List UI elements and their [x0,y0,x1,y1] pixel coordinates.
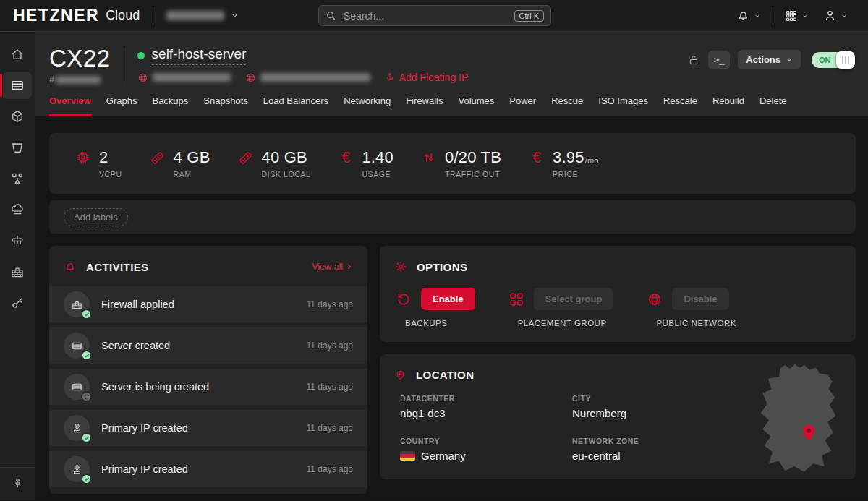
sidebar [0,32,35,500]
hetzner-logo[interactable]: HETZNER [13,6,99,25]
user-menu[interactable] [816,9,855,22]
activity-row[interactable]: Primary IP created 11 days ago [49,410,367,446]
activities-panel: ACTIVITIES View all Firewall app [49,246,367,494]
notifications-menu[interactable] [729,9,768,22]
sidebar-item-networks[interactable] [3,227,32,254]
sidebar-item-home[interactable] [3,40,32,68]
activity-row[interactable]: Server created 11 days ago [49,327,367,364]
status-dot-running [137,52,145,59]
sidebar-item-images[interactable] [3,103,32,130]
avatar [64,333,90,359]
tab-overview[interactable]: Overview [49,95,91,116]
select-placement-group-button[interactable]: Select group [534,288,614,310]
header-actions: >_ Actions ON [687,46,855,69]
avatar [64,456,90,482]
redacted-ipv6 [260,73,370,82]
chevron-down-icon [754,12,761,20]
field-datacenter: DATACENTER nbg1-dc3 [400,394,572,419]
topbar: HETZNER Cloud Ctrl K [0,0,868,32]
option-backups: Enable BACKUPS [396,288,475,327]
chevron-down-icon [841,12,848,20]
add-labels-button[interactable]: Add labels [64,208,128,226]
activity-row[interactable]: Primary IP created 11 days ago [49,451,367,487]
actions-button[interactable]: Actions [738,50,801,69]
sidebar-item-load-balancers[interactable] [3,165,32,192]
tab-graphs[interactable]: Graphs [106,95,137,116]
tab-delete[interactable]: Delete [760,95,787,116]
sidebar-item-security[interactable] [3,289,32,317]
server-id: # [49,74,111,85]
power-toggle-handle[interactable] [836,51,855,69]
globe-icon [137,72,148,83]
activity-row[interactable]: Server is being created 11 days ago [49,369,367,405]
view-all-link[interactable]: View all [312,262,353,272]
field-country: COUNTRY Germany [400,437,572,462]
option-placement-group: Select group PLACEMENT GROUP [509,288,614,327]
search-icon [326,10,336,21]
enable-backups-button[interactable]: Enable [421,288,475,310]
activities-title: ACTIVITIES [86,261,149,273]
sidebar-item-servers[interactable] [3,72,32,99]
tab-networking[interactable]: Networking [344,95,391,116]
success-check-icon [81,350,92,361]
floating-ips-icon [10,202,25,217]
success-check-icon [81,432,92,443]
project-selector[interactable] [166,11,239,20]
lock-button[interactable] [687,53,700,67]
disable-public-network-button[interactable]: Disable [672,288,728,310]
sidebar-item-volumes[interactable] [3,134,32,161]
field-value: Nuremberg [572,407,747,419]
power-toggle[interactable]: ON [812,51,855,69]
tab-volumes[interactable]: Volumes [458,95,494,116]
topbar-divider [773,7,773,25]
sidebar-item-floating-ips[interactable] [3,196,32,223]
console-button[interactable]: >_ [708,51,730,69]
view-all-label: View all [312,262,343,272]
ipv6-address[interactable] [245,72,370,83]
pin-sidebar-button[interactable] [0,467,35,500]
activity-text: Server is being created [101,381,209,393]
server-plan: CX22 [49,46,111,70]
tab-rebuild[interactable]: Rebuild [712,95,744,116]
apps-menu[interactable] [778,9,816,22]
tab-firewalls[interactable]: Firewalls [406,95,443,116]
tab-rescue[interactable]: Rescue [551,95,583,116]
tab-power[interactable]: Power [509,95,536,116]
tab-iso-images[interactable]: ISO Images [598,95,648,116]
volumes-icon [10,140,25,155]
server-name[interactable]: self-host-server [152,46,247,65]
load-balancers-icon [10,171,25,186]
activity-text: Primary IP created [101,463,188,475]
stat-label: DISK LOCAL [262,170,311,179]
cloud-logo-suffix: Cloud [106,8,140,23]
add-floating-ip-link[interactable]: Add Floating IP [385,72,469,83]
server-icon [71,381,83,393]
activity-text: Primary IP created [101,422,188,434]
tab-rescale[interactable]: Rescale [663,95,697,116]
tab-load-balancers[interactable]: Load Balancers [263,95,328,116]
backup-history-icon [396,291,412,307]
globe-icon [245,72,256,83]
options-title: OPTIONS [417,261,467,273]
apps-grid-icon [785,9,798,22]
ram-icon [148,150,167,166]
sidebar-item-firewalls[interactable] [3,258,32,286]
primary-ip-icon [71,463,83,476]
tab-backups[interactable]: Backups [152,95,188,116]
ipv4-address[interactable] [137,72,231,83]
redacted-server-id [56,76,101,84]
labels-panel: Add labels [49,200,856,234]
console-glyph: >_ [714,55,724,65]
search-bar[interactable]: Ctrl K [318,5,551,26]
placement-group-icon [509,291,524,307]
stat-vcpu: 2 VCPU [74,148,122,179]
activity-row[interactable]: Firewall applied 11 days ago [49,286,367,322]
key-icon [10,296,25,310]
field-city: CITY Nuremberg [572,394,747,419]
tab-snapshots[interactable]: Snapshots [203,95,247,116]
search-input[interactable] [342,9,509,22]
server-stats-panel: 2 VCPU 4 GB RAM 40 GB [49,133,856,194]
gear-icon [394,260,407,273]
stat-price: € 3.95 /mo PRICE [527,148,599,179]
stat-disk: 40 GB DISK LOCAL [237,148,311,179]
